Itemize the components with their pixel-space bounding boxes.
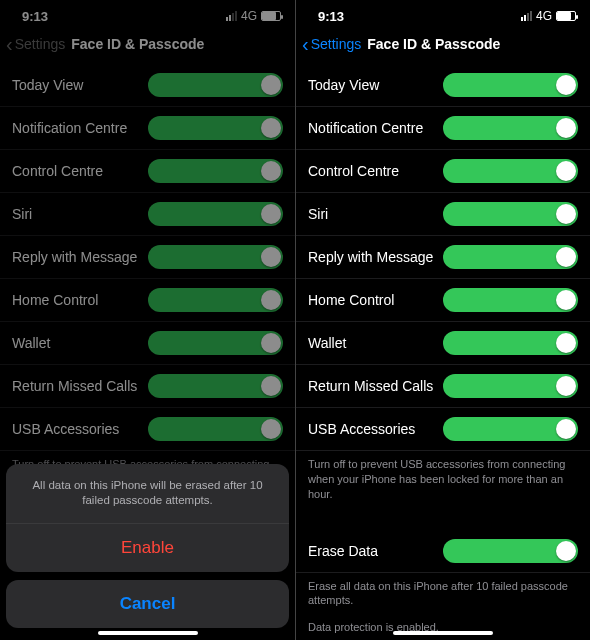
row-home-control[interactable]: Home Control — [296, 279, 590, 322]
toggle-wallet[interactable] — [443, 331, 578, 355]
toggle-return-missed-calls[interactable] — [148, 374, 284, 398]
toggle-today-view[interactable] — [148, 73, 284, 97]
protection-footnote: Data protection is enabled. — [296, 618, 590, 640]
toggle-notification-centre[interactable] — [148, 116, 284, 140]
toggle-notification-centre[interactable] — [443, 116, 578, 140]
row-notification-centre[interactable]: Notification Centre — [296, 107, 590, 150]
status-time: 9:13 — [22, 9, 48, 24]
screenshot-right: 9:13 4G ‹ Settings Face ID & Passcode To… — [295, 0, 590, 640]
row-label: Home Control — [308, 292, 443, 308]
usb-footnote: Turn off to prevent USB accessories from… — [296, 451, 590, 512]
row-label: Notification Centre — [12, 120, 148, 136]
row-label: Today View — [308, 77, 443, 93]
action-sheet: All data on this iPhone will be erased a… — [6, 464, 289, 628]
sheet-message: All data on this iPhone will be erased a… — [6, 464, 289, 524]
signal-icon — [226, 11, 237, 21]
settings-list: Today View Notification Centre Control C… — [0, 64, 295, 451]
toggle-usb-accessories[interactable] — [443, 417, 578, 441]
page-title: Face ID & Passcode — [367, 36, 500, 52]
toggle-siri[interactable] — [443, 202, 578, 226]
toggle-return-missed-calls[interactable] — [443, 374, 578, 398]
toggle-reply-with-message[interactable] — [443, 245, 578, 269]
cancel-button[interactable]: Cancel — [6, 580, 289, 628]
row-siri[interactable]: Siri — [296, 193, 590, 236]
nav-bar: ‹ Settings Face ID & Passcode — [296, 28, 590, 64]
status-bar: 9:13 4G — [0, 0, 295, 28]
row-label: Control Centre — [308, 163, 443, 179]
chevron-left-icon[interactable]: ‹ — [6, 34, 13, 54]
row-usb-accessories[interactable]: USB Accessories — [0, 408, 295, 451]
row-label: Reply with Message — [12, 249, 148, 265]
row-label: Today View — [12, 77, 148, 93]
row-siri[interactable]: Siri — [0, 193, 295, 236]
row-label: Erase Data — [308, 543, 443, 559]
row-return-missed-calls[interactable]: Return Missed Calls — [0, 365, 295, 408]
action-sheet-body: All data on this iPhone will be erased a… — [6, 464, 289, 572]
toggle-usb-accessories[interactable] — [148, 417, 284, 441]
battery-icon — [556, 11, 576, 21]
row-home-control[interactable]: Home Control — [0, 279, 295, 322]
enable-button[interactable]: Enable — [6, 524, 289, 572]
page-title: Face ID & Passcode — [71, 36, 204, 52]
toggle-siri[interactable] — [148, 202, 284, 226]
toggle-control-centre[interactable] — [443, 159, 578, 183]
network-label: 4G — [536, 9, 552, 23]
row-control-centre[interactable]: Control Centre — [0, 150, 295, 193]
signal-icon — [521, 11, 532, 21]
home-indicator[interactable] — [98, 631, 198, 635]
toggle-erase-data[interactable] — [443, 539, 578, 563]
row-label: Siri — [308, 206, 443, 222]
row-return-missed-calls[interactable]: Return Missed Calls — [296, 365, 590, 408]
settings-list: Today View Notification Centre Control C… — [296, 64, 590, 451]
row-wallet[interactable]: Wallet — [0, 322, 295, 365]
toggle-reply-with-message[interactable] — [148, 245, 284, 269]
row-label: Siri — [12, 206, 148, 222]
toggle-home-control[interactable] — [148, 288, 284, 312]
screenshot-left: 9:13 4G ‹ Settings Face ID & Passcode To… — [0, 0, 295, 640]
toggle-wallet[interactable] — [148, 331, 284, 355]
erase-footnote: Erase all data on this iPhone after 10 f… — [296, 573, 590, 619]
row-label: Home Control — [12, 292, 148, 308]
row-label: USB Accessories — [12, 421, 148, 437]
row-label: Reply with Message — [308, 249, 443, 265]
network-label: 4G — [241, 9, 257, 23]
toggle-control-centre[interactable] — [148, 159, 284, 183]
row-label: Return Missed Calls — [308, 378, 443, 394]
row-erase-data[interactable]: Erase Data — [296, 530, 590, 573]
status-right: 4G — [521, 9, 576, 23]
row-reply-with-message[interactable]: Reply with Message — [0, 236, 295, 279]
row-label: Wallet — [308, 335, 443, 351]
row-notification-centre[interactable]: Notification Centre — [0, 107, 295, 150]
row-today-view[interactable]: Today View — [296, 64, 590, 107]
row-label: Notification Centre — [308, 120, 443, 136]
toggle-home-control[interactable] — [443, 288, 578, 312]
toggle-today-view[interactable] — [443, 73, 578, 97]
status-time: 9:13 — [318, 9, 344, 24]
back-button[interactable]: Settings — [311, 36, 362, 52]
row-today-view[interactable]: Today View — [0, 64, 295, 107]
back-button[interactable]: Settings — [15, 36, 66, 52]
row-label: Wallet — [12, 335, 148, 351]
erase-section: Erase Data — [296, 530, 590, 573]
status-bar: 9:13 4G — [296, 0, 590, 28]
battery-icon — [261, 11, 281, 21]
chevron-left-icon[interactable]: ‹ — [302, 34, 309, 54]
home-indicator[interactable] — [393, 631, 493, 635]
row-label: Return Missed Calls — [12, 378, 148, 394]
row-control-centre[interactable]: Control Centre — [296, 150, 590, 193]
row-usb-accessories[interactable]: USB Accessories — [296, 408, 590, 451]
row-wallet[interactable]: Wallet — [296, 322, 590, 365]
row-reply-with-message[interactable]: Reply with Message — [296, 236, 590, 279]
row-label: USB Accessories — [308, 421, 443, 437]
nav-bar: ‹ Settings Face ID & Passcode — [0, 28, 295, 64]
status-right: 4G — [226, 9, 281, 23]
row-label: Control Centre — [12, 163, 148, 179]
